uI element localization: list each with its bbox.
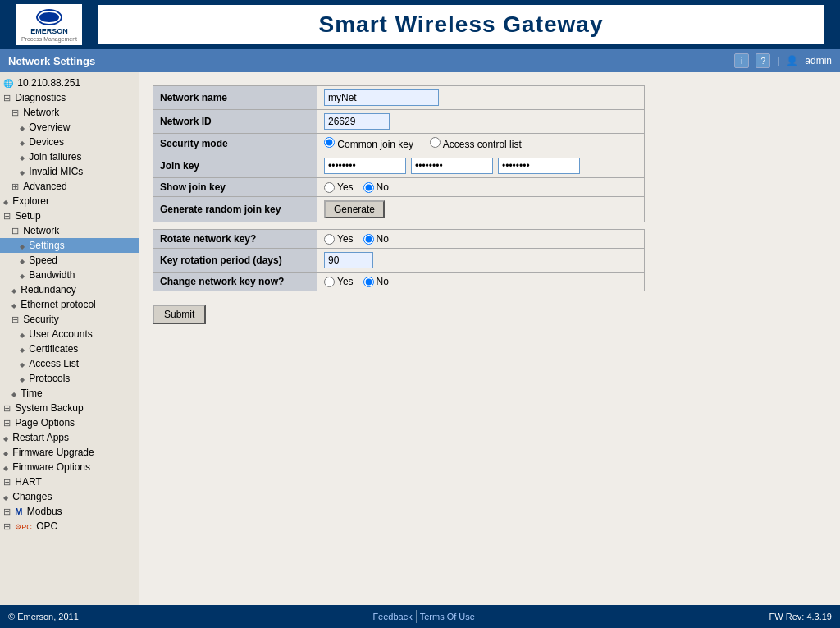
sidebar-item-restart-apps[interactable]: Restart Apps [0, 430, 139, 445]
help-icon[interactable]: ? [756, 53, 770, 68]
join-key-row: Join key [153, 154, 645, 178]
change-key-yes-radio[interactable] [324, 277, 335, 287]
sidebar-item-label: User Accounts [29, 328, 92, 340]
sidebar-item-diagnostics[interactable]: Diagnostics [0, 90, 139, 105]
network-id-value-cell [317, 110, 645, 134]
topbar-right: i ? | 👤 admin [734, 53, 832, 68]
sidebar-item-advanced[interactable]: Advanced [0, 179, 139, 194]
sidebar-item-label: Advanced [23, 181, 66, 192]
show-join-key-no-option[interactable]: No [363, 181, 389, 193]
sidebar-item-hart[interactable]: HART [0, 474, 139, 489]
security-mode-row: Security mode Common join key Access con… [153, 134, 645, 154]
sidebar-item-label: Redundancy [21, 284, 75, 296]
generate-join-key-row: Generate random join key Generate [153, 197, 645, 222]
security-mode-value-cell: Common join key Access control list [317, 134, 645, 154]
sidebar-item-settings[interactable]: Settings [0, 238, 139, 253]
sidebar-item-speed[interactable]: Speed [0, 253, 139, 268]
rotate-no-radio[interactable] [363, 234, 374, 245]
sidebar-item-certificates[interactable]: Certificates [0, 342, 139, 356]
sidebar-item-label: Speed [29, 254, 57, 266]
common-join-key-option[interactable]: Common join key [324, 137, 413, 150]
modbus-m-icon: M [15, 507, 22, 516]
sidebar-item-overview[interactable]: Overview [0, 120, 139, 135]
footer: © Emerson, 2011 Feedback Terms Of Use FW… [0, 605, 840, 628]
sidebar-item-opc[interactable]: ⚙PC OPC [0, 519, 139, 534]
sidebar-item-label: Diagnostics [15, 92, 66, 103]
sidebar-item-firmware-options[interactable]: Firmware Options [0, 460, 139, 474]
sidebar-item-page-options[interactable]: Page Options [0, 415, 139, 430]
sidebar-item-devices[interactable]: Devices [0, 135, 139, 149]
info-icon[interactable]: i [734, 53, 749, 68]
feedback-link[interactable]: Feedback [372, 612, 412, 621]
key-rotation-period-input[interactable] [324, 252, 373, 268]
sidebar-item-security[interactable]: Security [0, 312, 139, 327]
sidebar-item-protocols[interactable]: Protocols [0, 371, 139, 386]
sidebar-item-redundancy[interactable]: Redundancy [0, 282, 139, 297]
change-key-no-radio[interactable] [363, 277, 374, 287]
change-network-key-value-cell: Yes No [317, 273, 645, 291]
sidebar-item-firmware-upgrade[interactable]: Firmware Upgrade [0, 445, 139, 460]
security-mode-options: Common join key Access control list [324, 137, 637, 150]
join-key-input-2[interactable] [411, 158, 493, 174]
network-id-input[interactable] [324, 113, 390, 130]
access-control-list-radio[interactable] [430, 137, 441, 148]
footer-center: Feedback Terms Of Use [372, 610, 475, 623]
leaf-icon [3, 447, 10, 458]
sidebar-item-setup-network[interactable]: Network [0, 223, 139, 238]
leaf-icon [20, 358, 26, 369]
sidebar-item-network[interactable]: Network [0, 105, 139, 120]
main-layout: 10.210.88.251 Diagnostics Network Overvi… [0, 72, 840, 605]
terms-link[interactable]: Terms Of Use [420, 612, 475, 621]
opc-logo-icon: ⚙PC [15, 523, 32, 531]
sidebar-item-setup[interactable]: Setup [0, 209, 139, 223]
sidebar-item-label: Explorer [12, 195, 49, 207]
sidebar-item-label: Time [21, 387, 42, 399]
sidebar-item-system-backup[interactable]: System Backup [0, 401, 139, 415]
leaf-icon [20, 254, 26, 266]
collapse-icon [3, 92, 12, 103]
change-key-yes-option[interactable]: Yes [324, 276, 354, 287]
sidebar-item-label: Settings [29, 240, 64, 251]
network-name-value-cell [317, 86, 645, 110]
sidebar-item-user-accounts[interactable]: User Accounts [0, 327, 139, 342]
network-name-row: Network name [153, 86, 645, 110]
network-name-input[interactable] [324, 89, 439, 106]
sidebar-item-join-failures[interactable]: Join failures [0, 149, 139, 164]
sidebar-item-ethernet-protocol[interactable]: Ethernet protocol [0, 297, 139, 312]
sidebar-item-label: Setup [15, 210, 40, 222]
rotate-no-option[interactable]: No [363, 233, 389, 245]
sidebar-item-time[interactable]: Time [0, 386, 139, 401]
leaf-icon [20, 151, 26, 163]
rotate-yes-option[interactable]: Yes [324, 233, 354, 245]
show-join-key-options: Yes No [324, 181, 637, 193]
collapse-icon [11, 107, 21, 118]
join-key-input-3[interactable] [498, 158, 580, 174]
sidebar-item-changes[interactable]: Changes [0, 489, 139, 504]
sidebar-item-invalid-mics[interactable]: Invalid MICs [0, 164, 139, 179]
common-join-key-radio[interactable] [324, 137, 335, 148]
submit-button[interactable]: Submit [153, 305, 206, 324]
spacer-row [153, 222, 645, 230]
no-label: No [377, 276, 389, 287]
expand-icon [3, 520, 12, 532]
change-key-no-option[interactable]: No [363, 276, 389, 287]
leaf-icon [11, 299, 18, 310]
access-control-list-option[interactable]: Access control list [430, 137, 522, 150]
security-mode-label: Security mode [153, 134, 317, 154]
sidebar-item-bandwidth[interactable]: Bandwidth [0, 268, 139, 282]
show-join-key-no-radio[interactable] [363, 182, 374, 193]
generate-button[interactable]: Generate [324, 200, 385, 218]
sidebar-ip[interactable]: 10.210.88.251 [0, 76, 139, 90]
show-join-key-yes-option[interactable]: Yes [324, 181, 354, 193]
show-join-key-yes-radio[interactable] [324, 182, 335, 193]
sidebar-item-label: Overview [29, 121, 70, 133]
expand-icon [3, 506, 12, 517]
sidebar-item-modbus[interactable]: M Modbus [0, 504, 139, 519]
leaf-icon [11, 284, 18, 296]
join-key-input-1[interactable] [324, 158, 406, 174]
rotate-yes-radio[interactable] [324, 234, 335, 245]
settings-form: Network name Network ID Security mode [153, 85, 645, 291]
sidebar-item-explorer[interactable]: Explorer [0, 194, 139, 209]
collapse-icon [3, 210, 12, 222]
sidebar-item-access-list[interactable]: Access List [0, 356, 139, 371]
